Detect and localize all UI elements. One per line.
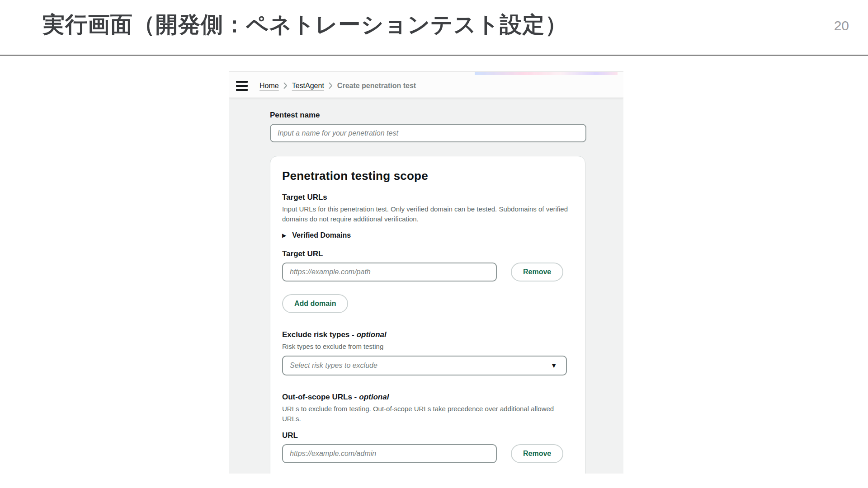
out-of-scope-url-row: Remove: [282, 444, 572, 463]
scope-card-title: Penetration testing scope: [282, 169, 572, 183]
top-gradient-banner: [475, 72, 618, 75]
risk-types-select-placeholder: Select risk types to exclude: [290, 361, 377, 370]
console-screenshot: Home TestAgent Create penetration test P…: [229, 71, 623, 474]
title-divider: [0, 55, 868, 56]
url-label: URL: [282, 431, 572, 440]
target-url-row: Remove: [282, 263, 572, 282]
chevron-right-icon: [283, 82, 288, 89]
out-of-scope-url-input[interactable]: [282, 444, 497, 463]
target-url-input[interactable]: [282, 263, 497, 282]
optional-suffix: optional: [357, 330, 387, 339]
breadcrumb-link-home[interactable]: Home: [259, 82, 279, 90]
chevron-right-icon: [329, 82, 333, 89]
pentest-name-label: Pentest name: [270, 111, 623, 120]
out-of-scope-urls-label: Out-of-scope URLs -optional: [282, 393, 572, 402]
optional-suffix: optional: [359, 393, 389, 401]
triangle-down-icon: ▼: [551, 362, 557, 369]
target-urls-description: Input URLs for this penetration test. On…: [282, 204, 572, 224]
add-domain-button[interactable]: Add domain: [282, 294, 348, 313]
risk-types-select[interactable]: Select risk types to exclude ▼: [282, 356, 567, 375]
exclude-risk-types-label: Exclude risk types -optional: [282, 330, 572, 339]
breadcrumb-link-testagent[interactable]: TestAgent: [292, 82, 324, 90]
remove-target-url-button[interactable]: Remove: [511, 263, 563, 282]
triangle-right-icon: ▶: [282, 233, 286, 238]
breadcrumb-bar: Home TestAgent Create penetration test: [229, 72, 623, 98]
breadcrumb: Home TestAgent Create penetration test: [259, 82, 416, 90]
verified-domains-label: Verified Domains: [292, 231, 351, 239]
exclude-risk-types-description: Risk types to exclude from testing: [282, 342, 572, 352]
out-of-scope-urls-description: URLs to exclude from testing. Out-of-sco…: [282, 404, 562, 424]
breadcrumb-current: Create penetration test: [337, 82, 416, 90]
slide-title: 実行画面（開発側：ペネトレーションテスト設定）: [42, 10, 567, 40]
verified-domains-expander[interactable]: ▶ Verified Domains: [282, 231, 572, 239]
penetration-testing-scope-card: Penetration testing scope Target URLs In…: [270, 156, 585, 474]
target-urls-label: Target URLs: [282, 193, 572, 202]
page-number: 20: [834, 18, 849, 33]
form-content: Pentest name Penetration testing scope T…: [229, 98, 623, 474]
target-url-label: Target URL: [282, 249, 572, 258]
remove-out-of-scope-url-button[interactable]: Remove: [511, 444, 563, 463]
pentest-name-input[interactable]: [270, 124, 586, 142]
hamburger-menu-icon[interactable]: [236, 81, 248, 91]
